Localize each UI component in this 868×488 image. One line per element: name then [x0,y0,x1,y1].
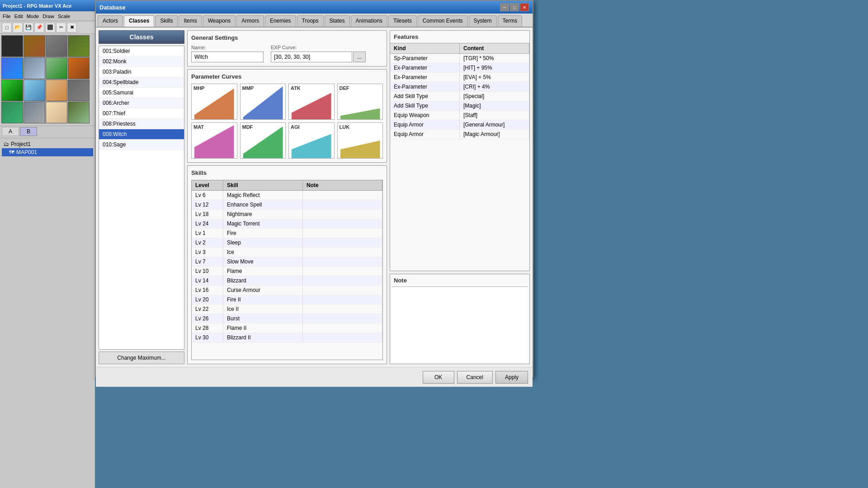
param-mmp[interactable]: MMP [240,84,286,120]
class-006[interactable]: 006:Archer [99,98,184,108]
ok-button[interactable]: OK [423,371,454,384]
tab-classes[interactable]: Classes [124,15,154,27]
param-atk[interactable]: ATK [288,84,335,120]
feature-content-1: [TGR] * 50% [460,54,529,63]
toolbar-cut[interactable]: ✂ [56,23,66,33]
skill-name-7: Ice [223,248,303,257]
feature-row-4[interactable]: Ex-Parameter [CRI] + 4% [390,82,529,92]
tab-system[interactable]: System [469,15,497,27]
tab-states[interactable]: States [325,15,350,27]
toolbar-pin[interactable]: 📌 [34,23,44,33]
skill-row-13[interactable]: Lv 22 Ice II [192,305,382,314]
tile-16 [68,102,90,123]
feature-kind-7: Equip Weapon [390,111,460,120]
feature-row-7[interactable]: Equip Weapon [Staff] [390,111,529,120]
menu-mode[interactable]: Mode [27,14,39,19]
toolbar-paste[interactable]: ✖ [67,23,77,33]
menu-edit[interactable]: Edit [14,14,23,19]
skill-row-1[interactable]: Lv 6 Magic Reflect [192,191,382,200]
feature-row-3[interactable]: Ex-Parameter [EVA] + 5% [390,73,529,82]
close-button[interactable]: ✕ [520,3,529,11]
class-001[interactable]: 001:Soldier [99,46,184,56]
skill-row-7[interactable]: Lv 3 Ice [192,248,382,257]
skill-row-5[interactable]: Lv 1 Fire [192,229,382,238]
skill-level-15: Lv 28 [192,324,223,333]
skill-row-15[interactable]: Lv 28 Flame II [192,324,382,333]
toolbar-save[interactable]: 💾 [24,23,33,33]
skill-row-2[interactable]: Lv 12 Enhance Spell [192,200,382,210]
tab-actors[interactable]: Actors [98,15,123,27]
skill-row-10[interactable]: Lv 14 Blizzard [192,276,382,286]
param-mhp[interactable]: MHP [191,84,237,120]
menu-draw[interactable]: Draw [42,14,54,19]
param-mat[interactable]: MAT [191,122,237,159]
tab-a[interactable]: A [2,127,19,136]
skill-row-4[interactable]: Lv 24 Magic Torrent [192,219,382,229]
class-009[interactable]: 009:Witch [99,129,184,140]
project-map[interactable]: 🗺 MAP001 [2,148,93,156]
feature-row-9[interactable]: Equip Armor [Magic Armour] [390,130,529,139]
skill-name-10: Blizzard [223,276,303,285]
feature-row-2[interactable]: Ex-Parameter [HIT] + 95% [390,63,529,73]
toolbar-new[interactable]: □ [2,23,12,33]
tab-animations[interactable]: Animations [351,15,387,27]
class-004[interactable]: 004:Spellblade [99,77,184,88]
change-max-button[interactable]: Change Maximum... [99,352,184,364]
minimize-button[interactable]: ─ [500,3,509,11]
skill-row-11[interactable]: Lv 16 Curse Armour [192,286,382,295]
exp-input[interactable] [271,52,352,62]
skill-row-9[interactable]: Lv 10 Flame [192,267,382,276]
skill-row-16[interactable]: Lv 30 Blizzard II [192,333,382,343]
skills-body[interactable]: Lv 6 Magic Reflect Lv 12 Enhance Spell L… [192,191,382,360]
note-content[interactable] [392,286,528,362]
project-name[interactable]: Project1 [11,141,31,147]
maximize-button[interactable]: □ [510,3,519,11]
param-def[interactable]: DEF [337,84,383,120]
classes-list[interactable]: 001:Soldier 002:Monk 003:Paladin 004:Spe… [99,46,184,350]
class-002[interactable]: 002:Monk [99,56,184,67]
toolbar-open[interactable]: 📂 [13,23,23,33]
toolbar-copy[interactable]: ⬛ [45,23,55,33]
menu-scale[interactable]: Scale [58,14,71,19]
tab-items[interactable]: Items [179,15,202,27]
exp-dots-button[interactable]: ... [353,52,366,62]
tab-b[interactable]: B [20,127,37,136]
feature-row-6[interactable]: Add Skill Type [Magic] [390,101,529,111]
tab-tilesets[interactable]: Tilesets [388,15,417,27]
map-name: MAP001 [16,149,37,155]
name-field-group: Name: [191,45,264,62]
tab-troops[interactable]: Troops [297,15,324,27]
cancel-button[interactable]: Cancel [457,371,493,384]
skill-row-3[interactable]: Lv 18 Nightmare [192,210,382,219]
svg-marker-3 [340,108,380,119]
skill-row-6[interactable]: Lv 2 Sleep [192,238,382,248]
tab-skills[interactable]: Skills [155,15,178,27]
class-005[interactable]: 005:Samurai [99,88,184,98]
skill-row-14[interactable]: Lv 26 Burst [192,314,382,324]
param-agi[interactable]: AGI [288,122,335,159]
param-mdf[interactable]: MDF [240,122,286,159]
name-input[interactable] [191,52,264,62]
dialog-titlebar: Database ─ □ ✕ [96,1,533,14]
tab-enemies[interactable]: Enemies [265,15,296,27]
class-010[interactable]: 010:Sage [99,140,184,150]
tab-weapons[interactable]: Weapons [203,15,236,27]
menu-file[interactable]: File [3,14,11,19]
feature-row-5[interactable]: Add Skill Type [Special] [390,92,529,101]
skill-row-8[interactable]: Lv 7 Slow Move [192,257,382,267]
feature-row-1[interactable]: Sp-Parameter [TGR] * 50% [390,54,529,63]
feature-kind-9: Equip Armor [390,130,460,139]
tab-common-events[interactable]: Common Events [418,15,468,27]
tab-armors[interactable]: Armors [236,15,264,27]
svg-marker-0 [194,89,234,119]
class-007[interactable]: 007:Thief [99,108,184,119]
feature-row-8[interactable]: Equip Armor [General Armour] [390,120,529,130]
class-008[interactable]: 008:Priestess [99,119,184,129]
tab-terms[interactable]: Terms [498,15,523,27]
features-body[interactable]: Sp-Parameter [TGR] * 50% Ex-Parameter [H… [390,54,529,271]
param-luk[interactable]: LUK [337,122,383,159]
tile-15 [46,102,67,123]
skill-row-12[interactable]: Lv 20 Fire II [192,295,382,305]
apply-button[interactable]: Apply [495,371,528,384]
class-003[interactable]: 003:Paladin [99,67,184,77]
